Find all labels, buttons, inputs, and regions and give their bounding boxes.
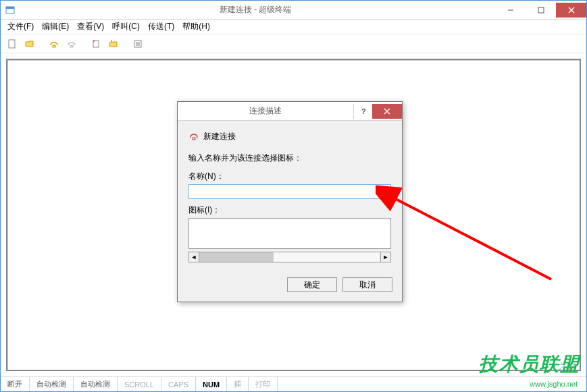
menu-edit[interactable]: 编辑(E) <box>38 20 73 34</box>
menu-transfer[interactable]: 传送(T) <box>144 20 178 34</box>
maximize-button[interactable] <box>526 3 556 18</box>
open-icon[interactable] <box>22 36 37 51</box>
svg-point-10 <box>93 40 95 42</box>
icon-listbox[interactable] <box>188 218 391 249</box>
menubar: 文件(F) 编辑(E) 查看(V) 呼叫(C) 传送(T) 帮助(H) <box>1 20 586 34</box>
statusbar: 断开 自动检测 自动检测 SCROLL CAPS NUM 捕 打印 <box>1 376 586 391</box>
menu-view[interactable]: 查看(V) <box>73 20 108 34</box>
dialog-buttons: 确定 取消 <box>178 271 402 302</box>
status-connection: 断开 <box>1 377 30 391</box>
dialog-titlebar: 连接描述 ? <box>178 102 402 121</box>
scroll-track[interactable] <box>199 252 380 262</box>
dialog-instruction: 输入名称并为该连接选择图标： <box>188 152 391 164</box>
status-autodetect1: 自动检测 <box>30 377 74 391</box>
scroll-right-button[interactable]: ► <box>380 252 391 262</box>
status-caps: CAPS <box>161 377 196 391</box>
scroll-thumb[interactable] <box>199 252 274 262</box>
dialog-icon <box>188 130 199 143</box>
name-label: 名称(N)： <box>188 171 391 182</box>
properties-icon[interactable] <box>130 36 145 51</box>
icon-scrollbar: ◄ ► <box>188 252 391 262</box>
dialog-close-button[interactable] <box>372 104 402 119</box>
svg-rect-3 <box>538 7 544 13</box>
window-controls <box>495 3 586 18</box>
app-icon <box>5 5 16 16</box>
scroll-left-button[interactable]: ◄ <box>188 252 199 262</box>
menu-help[interactable]: 帮助(H) <box>178 20 214 34</box>
dialog-title: 连接描述 <box>178 105 353 117</box>
svg-rect-7 <box>53 45 55 47</box>
menu-file[interactable]: 文件(F) <box>3 20 38 34</box>
status-num: NUM <box>196 377 227 391</box>
status-capture: 捕 <box>227 377 249 391</box>
dialog-body: 新建连接 输入名称并为该连接选择图标： 名称(N)： 图标(I)： ◄ ► <box>178 121 402 271</box>
ok-button[interactable]: 确定 <box>287 277 337 292</box>
dialog-help-button[interactable]: ? <box>353 104 372 119</box>
watermark-url: www.jsgho.net <box>530 380 578 388</box>
status-scroll: SCROLL <box>118 377 161 391</box>
disconnect-icon[interactable] <box>64 36 79 51</box>
menu-call[interactable]: 呼叫(C) <box>108 20 144 34</box>
send-icon[interactable] <box>88 36 103 51</box>
connection-dialog: 连接描述 ? 新建连接 输入名称并为该连接选择图标： 名称(N)： 图标(I)：… <box>177 101 403 302</box>
toolbar <box>1 34 586 53</box>
cancel-button[interactable]: 取消 <box>342 277 392 292</box>
new-icon[interactable] <box>5 36 20 51</box>
titlebar: 新建连接 - 超级终端 <box>1 1 586 20</box>
watermark-main: 技术员联盟 <box>479 352 580 377</box>
svg-point-11 <box>111 40 112 42</box>
receive-icon[interactable] <box>106 36 121 51</box>
svg-rect-19 <box>193 138 195 140</box>
window-title: 新建连接 - 超级终端 <box>16 4 495 16</box>
svg-rect-8 <box>70 45 73 47</box>
svg-rect-1 <box>6 7 14 9</box>
status-print: 打印 <box>249 377 278 391</box>
minimize-button[interactable] <box>495 3 526 18</box>
connect-icon[interactable] <box>47 36 61 51</box>
name-input[interactable] <box>188 184 391 199</box>
dialog-subtitle: 新建连接 <box>203 131 236 142</box>
status-autodetect2: 自动检测 <box>74 377 118 391</box>
close-button[interactable] <box>556 3 586 18</box>
icon-label: 图标(I)： <box>188 204 391 216</box>
svg-text:?: ? <box>361 107 366 115</box>
